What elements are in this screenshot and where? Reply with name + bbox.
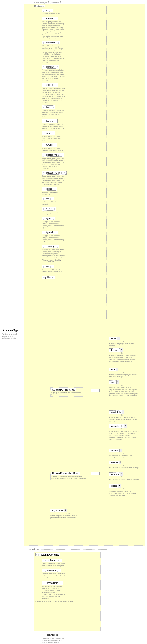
narrower-element[interactable]: narrower+	[109, 472, 122, 476]
attributes-block-1: ⊟ attributes ⋮⋮ id ⋮⋮The local identifie…	[32, 6, 107, 319]
attr-relevance[interactable]: ⋮⋮ relevance ⋮⋮	[42, 569, 61, 572]
sequence-cdg	[91, 388, 100, 392]
remoteInfo-element[interactable]: remoteInfo+	[109, 410, 124, 414]
note-element[interactable]: note+	[109, 368, 118, 371]
facet-element[interactable]: facet+	[109, 380, 119, 384]
any-other-extension[interactable]: any ##other+ 0..∞ Extension point for pr…	[50, 509, 78, 519]
definition-element[interactable]: definition+	[109, 348, 123, 352]
hierarchyInfo-element[interactable]: hierarchyInfo+	[109, 424, 127, 428]
quantify-attributes-group[interactable]: grp: quantifyAttributes ⋮⋮ confidence ⋮⋮…	[34, 552, 101, 631]
attr-derivedfrom[interactable]: ⋮⋮ derivedfrom ⋮⋮	[42, 581, 63, 585]
attributes-label: ⊟ attributes	[34, 5, 45, 7]
attr-uri[interactable]: ⋮⋮ uri ⋮⋮	[42, 197, 54, 200]
broader-element[interactable]: broader+	[109, 460, 121, 464]
attr-creator[interactable]: ⋮⋮ creator ⋮⋮	[42, 17, 58, 20]
attr-pubconstrainturi[interactable]: ⋮⋮ pubconstrainturi ⋮⋮	[42, 171, 67, 175]
concept-relationships-group[interactable]: ConceptRelationshipsGroup A group of pro…	[50, 471, 87, 480]
extension-label: Flex1PropType (extension)	[33, 2, 61, 4]
attr-pubconstraint[interactable]: ⋮⋮ pubconstraint ⋮⋮	[42, 153, 64, 157]
attr-id[interactable]: ⋮⋮ id ⋮⋮	[42, 9, 53, 12]
attr-why[interactable]: ⋮⋮ why ⋮⋮	[42, 131, 55, 135]
attr-modified[interactable]: ⋮⋮ modified ⋮⋮	[42, 65, 59, 68]
attr-xml-lang[interactable]: ⋮⋮ xml:lang ⋮⋮	[42, 245, 59, 248]
attr-type[interactable]: ⋮⋮ type ⋮⋮	[42, 217, 55, 220]
attr-how[interactable]: ⋮⋮ how ⋮⋮	[42, 105, 55, 109]
attr-dir[interactable]: ⋮⋮ dir ⋮⋮	[42, 265, 54, 268]
related-element[interactable]: related+	[109, 484, 121, 488]
significance-attr[interactable]: ⋮⋮ significance ⋮⋮	[42, 633, 63, 637]
attr-whyuri[interactable]: ⋮⋮ whyuri ⋮⋮	[42, 143, 57, 147]
attr-qcode[interactable]: ⋮⋮ qcode ⋮⋮	[42, 187, 57, 191]
attr-howuri[interactable]: ⋮⋮ howuri ⋮⋮	[42, 119, 58, 123]
attributes-label-2: ⊟ attributes	[29, 548, 40, 550]
sequence-crg	[91, 472, 100, 475]
attr-typeuri[interactable]: ⋮⋮ typeuri ⋮⋮	[42, 231, 58, 234]
attr-literal[interactable]: ⋮⋮ literal ⋮⋮	[42, 207, 56, 210]
audience-type-desc: The type to cover all qualifiers for an …	[2, 333, 19, 339]
sameAs-element[interactable]: sameAs+	[109, 449, 122, 452]
any-other-attr[interactable]: any ##other	[42, 276, 56, 279]
attr-confidence[interactable]: ⋮⋮ confidence ⋮⋮	[42, 558, 62, 562]
attr-custom[interactable]: ⋮⋮ custom ⋮⋮	[42, 83, 58, 87]
attr-creatoruri[interactable]: ⋮⋮ creatoruri ⋮⋮	[42, 41, 60, 44]
audience-type-node[interactable]: AudienceType	[2, 328, 19, 332]
concept-definition-group[interactable]: ConceptDefinitionGroup A group of proper…	[50, 387, 84, 397]
name-element[interactable]: name+	[109, 337, 119, 340]
